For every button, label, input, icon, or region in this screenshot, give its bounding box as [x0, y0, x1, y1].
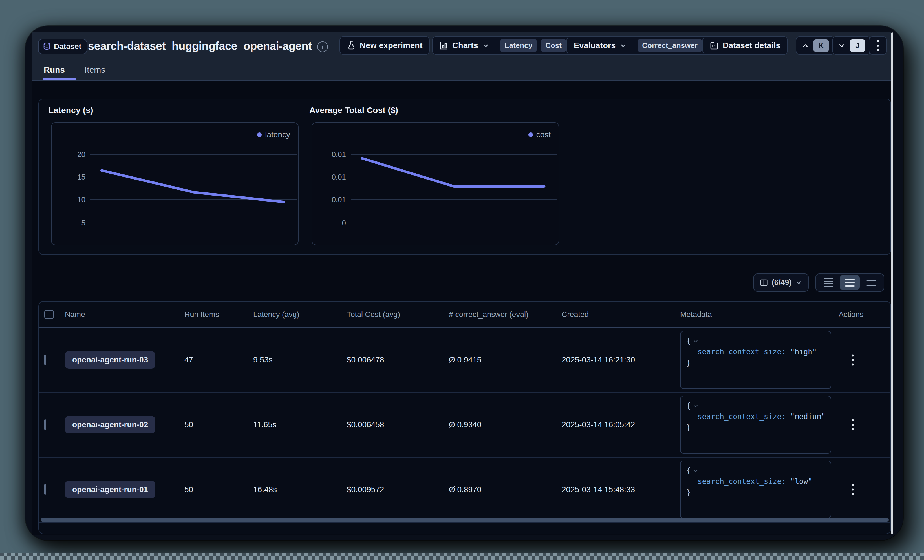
json-open-brace: { [686, 465, 825, 476]
column-header-latency[interactable]: Latency (avg) [253, 302, 300, 328]
page-header: Dataset search-dataset_huggingface_opena… [32, 32, 891, 81]
row-checkbox[interactable] [44, 355, 46, 365]
row-height-large-button[interactable] [861, 275, 881, 290]
row-height-toggle-group [816, 273, 884, 292]
cost-chart: cost 0.010.010.010 [312, 122, 559, 245]
column-header-name[interactable]: Name [65, 302, 85, 328]
run-items-cell: 50 [184, 420, 193, 429]
run-items-cell: 50 [184, 485, 193, 494]
table-row[interactable]: openai-agent-run-01 50 16.48s $0.009572 … [39, 457, 891, 523]
vertical-scrollbar[interactable] [891, 32, 893, 534]
row-height-medium-button[interactable] [840, 275, 860, 290]
total-cost-avg-cell: $0.006458 [347, 420, 384, 429]
chevron-down-icon [795, 279, 802, 286]
correct-answer-eval-cell: Ø 0.9340 [449, 420, 482, 429]
collapse-chevron-icon[interactable] [693, 403, 699, 409]
evaluators-badge-correct-answer[interactable]: Correct_answer [638, 39, 702, 52]
chart-title-latency: Latency (s) [48, 105, 93, 115]
next-run-button[interactable]: J [832, 36, 871, 55]
horizontal-scrollbar[interactable] [40, 518, 889, 522]
json-key: search_context_size: [698, 347, 786, 356]
new-experiment-button[interactable]: New experiment [339, 36, 430, 55]
keycap-j: J [849, 39, 866, 52]
charts-badge-latency[interactable]: Latency [500, 39, 537, 52]
latency-avg-cell: 9.53s [253, 355, 273, 364]
created-cell: 2025-03-14 16:05:42 [562, 420, 635, 429]
column-header-total-cost[interactable]: Total Cost (avg) [347, 302, 400, 328]
info-icon[interactable]: i [317, 42, 328, 52]
row-actions-kebab-button[interactable] [848, 355, 857, 365]
collapse-chevron-icon[interactable] [693, 468, 699, 474]
charts-menu-label: Charts [452, 41, 478, 50]
created-cell: 2025-03-14 16:21:30 [562, 355, 635, 364]
metadata-json-box[interactable]: { search_context_size: "medium" } [680, 396, 831, 454]
chevron-down-icon [482, 42, 489, 49]
large-rows-icon [867, 280, 876, 286]
column-header-actions: Actions [838, 302, 864, 328]
table-row[interactable]: openai-agent-run-03 47 9.53s $0.006478 Ø… [39, 328, 891, 393]
json-key: search_context_size: [698, 477, 786, 486]
json-close-brace: } [686, 487, 825, 498]
json-close-brace: } [686, 422, 825, 433]
charts-section: Latency (s) Average Total Cost ($) laten… [38, 99, 891, 255]
previous-run-button[interactable]: K [796, 36, 835, 55]
json-value: "low" [790, 477, 812, 486]
active-tab-underline [43, 78, 76, 80]
column-visibility-button[interactable]: (6/49) [753, 273, 808, 292]
browser-viewport: Dataset search-dataset_huggingface_opena… [32, 32, 891, 535]
created-cell: 2025-03-14 15:48:33 [562, 485, 635, 494]
latency-avg-cell: 16.48s [253, 485, 277, 494]
run-name-pill[interactable]: openai-agent-run-02 [65, 416, 155, 433]
chevron-down-icon [838, 42, 846, 49]
flask-icon [347, 41, 356, 50]
table-row[interactable]: openai-agent-run-02 50 11.65s $0.006458 … [39, 392, 891, 458]
row-actions-kebab-button[interactable] [848, 484, 857, 495]
run-items-cell: 47 [184, 355, 193, 364]
cost-line-series [312, 123, 560, 246]
chart-title-cost: Average Total Cost ($) [309, 105, 398, 115]
dataset-badge-label: Dataset [54, 42, 81, 51]
bar-chart-icon [439, 41, 448, 50]
charts-badge-cost[interactable]: Cost [541, 39, 566, 52]
keycap-k: K [813, 39, 829, 52]
column-header-metadata[interactable]: Metadata [680, 302, 712, 328]
chevron-up-icon [801, 42, 809, 49]
medium-rows-icon [845, 279, 855, 287]
tab-runs[interactable]: Runs [44, 64, 65, 76]
select-all-checkbox[interactable] [44, 310, 54, 319]
evaluators-menu-button[interactable]: Evaluators Correct_answer [567, 36, 710, 55]
collapse-chevron-icon[interactable] [693, 338, 699, 344]
page-title: search-dataset_huggingface_openai-agent [88, 39, 312, 53]
column-header-correct-answer[interactable]: # correct_answer (eval) [449, 302, 528, 328]
total-cost-avg-cell: $0.006478 [347, 355, 384, 364]
column-header-created[interactable]: Created [562, 302, 589, 328]
run-name-pill[interactable]: openai-agent-run-01 [65, 481, 155, 498]
metadata-json-box[interactable]: { search_context_size: "high" } [680, 331, 831, 389]
column-count-label: (6/49) [772, 278, 792, 287]
dataset-type-badge: Dataset [38, 39, 87, 54]
row-checkbox[interactable] [44, 484, 46, 495]
row-actions-kebab-button[interactable] [848, 419, 857, 430]
divider [495, 40, 495, 51]
json-close-brace: } [686, 357, 825, 368]
json-open-brace: { [686, 335, 825, 346]
divider [632, 40, 633, 51]
columns-icon [760, 279, 768, 287]
correct-answer-eval-cell: Ø 0.9415 [449, 355, 482, 364]
latency-chart: latency 2015105 [51, 122, 298, 245]
latency-avg-cell: 11.65s [253, 420, 276, 429]
new-experiment-label: New experiment [360, 41, 422, 50]
dataset-details-button[interactable]: Dataset details [702, 36, 788, 55]
charts-menu-button[interactable]: Charts Latency Cost [432, 36, 573, 55]
row-height-small-button[interactable] [819, 275, 838, 290]
column-header-run-items[interactable]: Run Items [184, 302, 219, 328]
tab-items[interactable]: Items [85, 64, 105, 76]
header-kebab-menu-button[interactable] [869, 36, 887, 55]
database-icon [43, 42, 51, 51]
dataset-details-label: Dataset details [723, 41, 780, 50]
metadata-json-box[interactable]: { search_context_size: "low" } [680, 461, 831, 518]
run-name-pill[interactable]: openai-agent-run-03 [65, 351, 155, 368]
latency-line-series [52, 123, 299, 246]
evaluators-menu-label: Evaluators [574, 41, 615, 50]
row-checkbox[interactable] [44, 419, 46, 430]
